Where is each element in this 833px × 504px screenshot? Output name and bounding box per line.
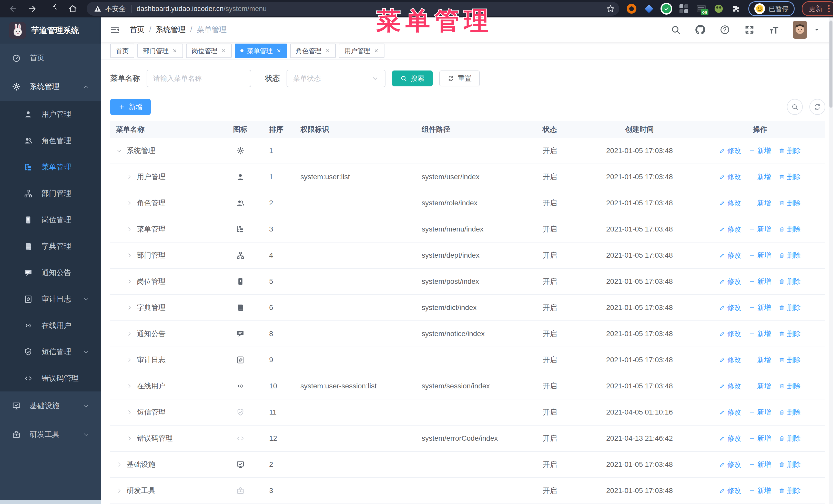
- sidebar-item-online[interactable]: 在线用户: [0, 312, 101, 339]
- edit-row-link[interactable]: 修改: [719, 460, 741, 469]
- add-child-link[interactable]: 新增: [749, 251, 771, 260]
- extension-gem-icon[interactable]: [644, 4, 654, 14]
- extension-puzzle-icon[interactable]: [731, 4, 741, 14]
- delete-row-link[interactable]: 删除: [779, 277, 801, 286]
- bookmark-star-icon[interactable]: [604, 3, 617, 15]
- scrollbar-thumb[interactable]: [829, 21, 832, 108]
- sidebar-scrollbar[interactable]: [0, 500, 101, 504]
- delete-row-link[interactable]: 删除: [779, 146, 801, 155]
- edit-row-link[interactable]: 修改: [719, 277, 741, 286]
- add-child-link[interactable]: 新增: [749, 303, 771, 312]
- add-button[interactable]: 新增: [110, 99, 151, 115]
- expand-row-icon[interactable]: [126, 252, 133, 259]
- expand-row-icon[interactable]: [116, 461, 122, 468]
- edit-row-link[interactable]: 修改: [719, 329, 741, 338]
- edit-row-link[interactable]: 修改: [719, 146, 741, 155]
- add-child-link[interactable]: 新增: [749, 460, 771, 469]
- font-size-icon[interactable]: [768, 24, 780, 35]
- sidebar-item-code[interactable]: 错误码管理: [0, 365, 101, 391]
- browser-update-button[interactable]: 更新: [802, 1, 833, 16]
- add-child-link[interactable]: 新增: [749, 224, 771, 234]
- add-child-link[interactable]: 新增: [749, 329, 771, 338]
- add-child-link[interactable]: 新增: [749, 408, 771, 417]
- sidebar-item-message[interactable]: 通知公告: [0, 259, 101, 286]
- close-icon[interactable]: [325, 48, 330, 53]
- extension-grid-icon[interactable]: [679, 4, 689, 14]
- search-button[interactable]: 搜索: [392, 71, 433, 87]
- status-select[interactable]: 菜单状态: [287, 70, 385, 87]
- tab-岗位管理[interactable]: 岗位管理: [186, 44, 232, 58]
- expand-row-icon[interactable]: [126, 173, 133, 180]
- add-child-link[interactable]: 新增: [749, 381, 771, 391]
- browser-home-icon[interactable]: [66, 2, 80, 16]
- expand-row-icon[interactable]: [126, 200, 133, 207]
- expand-row-icon[interactable]: [126, 278, 133, 285]
- close-icon[interactable]: [172, 48, 177, 53]
- address-bar[interactable]: 不安全 dashboard.yudao.iocoder.cn/system/me…: [87, 2, 619, 16]
- delete-row-link[interactable]: 删除: [779, 172, 801, 182]
- close-icon[interactable]: [276, 48, 281, 53]
- show-search-toggle-button[interactable]: [787, 99, 803, 115]
- help-icon[interactable]: [719, 24, 731, 35]
- sidebar-item-log[interactable]: 审计日志: [0, 286, 101, 312]
- delete-row-link[interactable]: 删除: [779, 329, 801, 338]
- breadcrumb-system[interactable]: 系统管理: [145, 25, 186, 35]
- delete-row-link[interactable]: 删除: [779, 408, 801, 417]
- delete-row-link[interactable]: 删除: [779, 224, 801, 234]
- browser-forward-icon[interactable]: [26, 2, 40, 16]
- extension-server-icon[interactable]: on: [696, 4, 706, 14]
- extension-check-icon[interactable]: [661, 4, 671, 14]
- sidebar-item-dashboard[interactable]: 首页: [0, 44, 101, 72]
- sidebar-item-tool[interactable]: 研发工具: [0, 420, 101, 449]
- tab-菜单管理[interactable]: 菜单管理: [235, 44, 287, 58]
- sidebar-item-dict[interactable]: 字典管理: [0, 233, 101, 259]
- delete-row-link[interactable]: 删除: [779, 303, 801, 312]
- add-child-link[interactable]: 新增: [749, 434, 771, 443]
- sidebar-item-tree-table[interactable]: 菜单管理: [0, 154, 101, 180]
- refresh-table-button[interactable]: [809, 99, 825, 115]
- edit-row-link[interactable]: 修改: [719, 251, 741, 260]
- add-child-link[interactable]: 新增: [749, 198, 771, 208]
- add-child-link[interactable]: 新增: [749, 172, 771, 182]
- expand-row-icon[interactable]: [126, 383, 133, 389]
- delete-row-link[interactable]: 删除: [779, 486, 801, 495]
- sidebar-item-user[interactable]: 用户管理: [0, 101, 101, 127]
- fullscreen-icon[interactable]: [744, 24, 755, 35]
- avatar-dropdown-icon[interactable]: [813, 26, 820, 33]
- expand-row-icon[interactable]: [126, 226, 133, 233]
- edit-row-link[interactable]: 修改: [719, 198, 741, 208]
- tab-用户管理[interactable]: 用户管理: [339, 44, 384, 58]
- edit-row-link[interactable]: 修改: [719, 408, 741, 417]
- tab-部门管理[interactable]: 部门管理: [137, 44, 183, 58]
- delete-row-link[interactable]: 删除: [779, 381, 801, 391]
- sidebar-item-gear[interactable]: 系统管理: [0, 72, 101, 101]
- tab-首页[interactable]: 首页: [110, 44, 134, 58]
- extension-donut-icon[interactable]: [626, 4, 637, 14]
- sidebar-item-tree[interactable]: 部门管理: [0, 180, 101, 207]
- delete-row-link[interactable]: 删除: [779, 198, 801, 208]
- edit-row-link[interactable]: 修改: [719, 434, 741, 443]
- extension-frog-icon[interactable]: [714, 4, 724, 14]
- reset-button[interactable]: 重置: [439, 71, 480, 87]
- edit-row-link[interactable]: 修改: [719, 381, 741, 391]
- user-avatar[interactable]: [793, 21, 807, 39]
- github-icon[interactable]: [695, 24, 706, 35]
- tab-角色管理[interactable]: 角色管理: [290, 44, 336, 58]
- header-search-icon[interactable]: [670, 24, 681, 35]
- expand-row-icon[interactable]: [126, 435, 133, 442]
- window-scrollbar[interactable]: [829, 18, 833, 504]
- delete-row-link[interactable]: 删除: [779, 434, 801, 443]
- close-icon[interactable]: [221, 48, 226, 53]
- browser-profile-chip[interactable]: 已暂停: [748, 1, 794, 16]
- expand-row-icon[interactable]: [126, 331, 133, 337]
- sidebar-item-sms[interactable]: 短信管理: [0, 339, 101, 365]
- delete-row-link[interactable]: 删除: [779, 460, 801, 469]
- sidebar-item-post[interactable]: 岗位管理: [0, 207, 101, 233]
- browser-back-icon[interactable]: [6, 2, 20, 16]
- expand-row-icon[interactable]: [126, 304, 133, 311]
- browser-menu-icon[interactable]: [828, 5, 830, 12]
- close-icon[interactable]: [374, 48, 379, 53]
- delete-row-link[interactable]: 删除: [779, 251, 801, 260]
- sidebar-item-monitor[interactable]: 基础设施: [0, 391, 101, 420]
- add-child-link[interactable]: 新增: [749, 277, 771, 286]
